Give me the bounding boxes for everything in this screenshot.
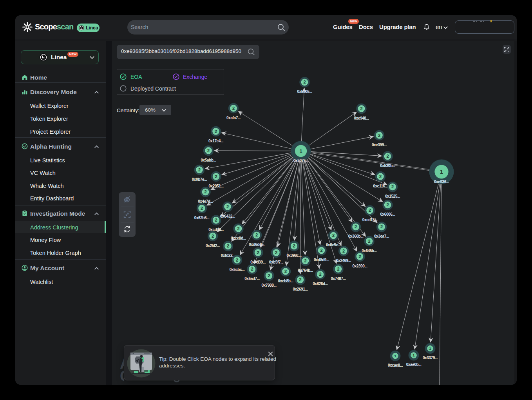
svg-text:1: 1: [394, 354, 396, 358]
svg-text:2: 2: [304, 258, 306, 263]
svg-text:0x2051...: 0x2051...: [208, 184, 224, 188]
svg-text:0xb5f7...: 0xb5f7...: [269, 260, 284, 264]
svg-text:0x360b...: 0x360b...: [348, 234, 364, 238]
svg-text:0x0b7e...: 0x0b7e...: [192, 177, 207, 182]
svg-text:0x2390...: 0x2390...: [352, 264, 367, 268]
svg-text:2: 2: [379, 174, 382, 179]
svg-text:2: 2: [332, 233, 335, 238]
svg-text:2: 2: [215, 218, 217, 222]
svg-text:2: 2: [386, 154, 389, 158]
svg-text:0xae0b...: 0xae0b...: [406, 362, 422, 367]
svg-text:2: 2: [320, 248, 322, 253]
svg-text:0x7487...: 0x7487...: [331, 276, 346, 281]
svg-text:2: 2: [369, 208, 371, 213]
svg-text:2: 2: [215, 129, 217, 134]
svg-text:1: 1: [429, 346, 431, 351]
svg-text:0x5cbc...: 0x5cbc...: [230, 267, 245, 272]
svg-text:2: 2: [284, 269, 287, 274]
svg-text:0x3379...: 0x3379...: [423, 356, 438, 360]
svg-text:2: 2: [268, 273, 270, 278]
svg-text:0x5abb...: 0x5abb...: [201, 158, 216, 162]
svg-text:0x5805...: 0x5805...: [297, 89, 312, 94]
svg-text:2: 2: [360, 106, 362, 111]
svg-text:2: 2: [212, 234, 214, 238]
svg-text:0x530b...: 0x530b...: [380, 164, 395, 168]
svg-text:2: 2: [237, 226, 239, 231]
svg-text:1: 1: [440, 169, 443, 175]
svg-text:0x8e5e...: 0x8e5e...: [326, 243, 341, 247]
svg-text:2: 2: [232, 106, 235, 111]
svg-text:0x645b...: 0x645b...: [362, 249, 377, 253]
svg-text:2: 2: [337, 267, 339, 271]
svg-text:0xe399...: 0xe399...: [372, 143, 387, 147]
svg-text:0xd8d9...: 0xd8d9...: [314, 258, 329, 262]
svg-text:2: 2: [342, 249, 345, 253]
svg-text:2: 2: [227, 244, 229, 248]
svg-text:2: 2: [378, 133, 380, 138]
svg-text:0xeb8b...: 0xeb8b...: [278, 279, 293, 283]
svg-text:2: 2: [198, 167, 201, 172]
svg-text:0x764b...: 0x764b...: [298, 268, 313, 273]
svg-text:0x4e7d...: 0x4e7d...: [198, 199, 213, 204]
svg-text:2: 2: [255, 233, 258, 237]
svg-text:2: 2: [303, 80, 306, 84]
svg-text:2: 2: [368, 239, 370, 244]
svg-text:2: 2: [204, 189, 206, 194]
svg-text:0x5ad7...: 0x5ad7...: [244, 276, 260, 281]
svg-text:2: 2: [207, 148, 210, 153]
svg-text:0xcd48...: 0xcd48...: [208, 227, 224, 232]
svg-text:2: 2: [358, 254, 361, 259]
svg-text:2: 2: [226, 204, 229, 209]
svg-text:2: 2: [299, 277, 301, 282]
svg-text:0xafa7...: 0xafa7...: [226, 116, 241, 120]
svg-text:0xc116...: 0xc116...: [373, 184, 388, 188]
svg-text:0xd6dd...: 0xd6dd...: [249, 242, 264, 247]
svg-text:0x398c...: 0x398c...: [286, 253, 302, 258]
svg-text:2: 2: [215, 174, 217, 179]
svg-text:0x4d39...: 0x4d39...: [250, 260, 266, 264]
svg-text:0xe948...: 0xe948...: [354, 116, 369, 120]
svg-text:0x2469...: 0x2469...: [336, 258, 351, 263]
svg-text:0xce8d...: 0xce8d...: [231, 236, 246, 240]
svg-text:2: 2: [236, 258, 238, 262]
svg-text:2: 2: [201, 206, 203, 211]
svg-text:2: 2: [380, 224, 383, 229]
svg-text:0xcae8...: 0xcae8...: [388, 363, 403, 367]
svg-text:0x5075...: 0x5075...: [293, 158, 309, 163]
svg-text:0x6432...: 0x6432...: [220, 214, 235, 218]
svg-text:0x6006...: 0x6006...: [380, 212, 395, 216]
svg-text:2: 2: [257, 250, 259, 255]
svg-text:2: 2: [251, 267, 253, 271]
svg-text:1: 1: [299, 148, 302, 154]
svg-text:2: 2: [391, 184, 394, 189]
svg-text:2: 2: [355, 224, 357, 229]
svg-text:0x2691...: 0x2691...: [293, 287, 308, 291]
svg-text:0xcd15...: 0xcd15...: [362, 218, 378, 222]
svg-text:2: 2: [293, 244, 295, 248]
svg-text:2: 2: [386, 202, 389, 207]
svg-text:2: 2: [319, 272, 321, 276]
svg-text:0x17e4...: 0x17e4...: [208, 139, 224, 143]
svg-text:0x1525...: 0x1525...: [385, 194, 400, 198]
svg-text:0x25f2...: 0x25f2...: [206, 244, 220, 248]
svg-text:2: 2: [275, 250, 277, 255]
svg-text:0x62b5...: 0x62b5...: [194, 216, 210, 220]
svg-text:0x3ea7...: 0x3ea7...: [374, 234, 389, 238]
svg-text:0x826d...: 0x826d...: [313, 282, 328, 286]
svg-text:0x7988...: 0x7988...: [261, 283, 277, 287]
svg-text:0xe936...: 0xe936...: [434, 180, 449, 184]
svg-text:1: 1: [413, 353, 415, 357]
